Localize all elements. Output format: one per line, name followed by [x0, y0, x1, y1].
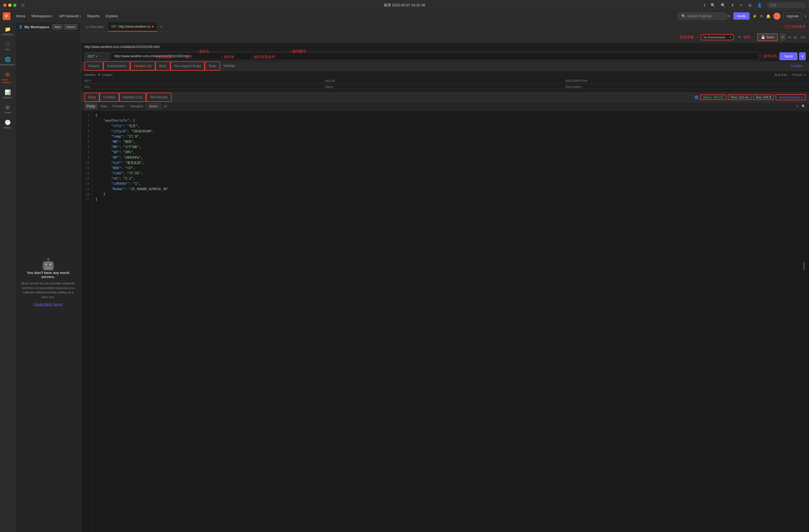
minimize-button[interactable]: [8, 3, 12, 7]
search-icon[interactable]: 🔍: [802, 104, 806, 108]
docs-icon-button[interactable]: ⊟: [794, 35, 797, 39]
menu-api-network[interactable]: API Network ▾: [56, 13, 84, 19]
menu-home[interactable]: Home: [13, 13, 28, 19]
eye-icon: 👁: [98, 73, 101, 76]
menu-workspaces[interactable]: Workspaces ▾: [29, 13, 56, 19]
sidebar-item-mock-servers[interactable]: ⊞ Mock Servers: [1, 69, 14, 86]
save-response-button[interactable]: Save Response ▾: [776, 94, 806, 100]
tab-tests[interactable]: Tests: [205, 61, 220, 71]
account-icon[interactable]: 👤: [757, 3, 762, 7]
save-dropdown-button[interactable]: ▾: [780, 34, 786, 40]
description-input[interactable]: [565, 85, 804, 89]
cookies-link[interactable]: Cookies: [787, 62, 806, 70]
add-tab-button[interactable]: +: [157, 24, 165, 29]
filter-icon: ⊟: [164, 104, 167, 108]
tab-overview[interactable]: ◫ Overview: [81, 22, 108, 32]
upgrade-button[interactable]: Upgrade: [783, 13, 802, 20]
robot-icon: 🤖: [41, 258, 55, 271]
edit-icon[interactable]: ✏: [740, 3, 743, 7]
menu-reports[interactable]: Reports: [84, 13, 103, 19]
tab-request[interactable]: GET http://www.weather.co: [108, 22, 157, 32]
titlebar: ⊡ 截屏 2022-05-07 16.32.48 ℹ 🔍 🔍 ⬆ ✏ ⊞ 👤: [0, 0, 809, 11]
chevron-down-icon: ▾: [52, 15, 53, 18]
sidebar-item-flows[interactable]: ⊞ Flows: [1, 102, 14, 116]
annotation-auth: ↓ 证书: [183, 54, 192, 59]
tab-params[interactable]: Params: [84, 61, 103, 71]
window-icon2[interactable]: ⊞: [748, 3, 752, 7]
bulk-edit-button[interactable]: Bulk Edit: [775, 73, 787, 76]
window-title: 截屏 2022-05-07 16.32.48: [384, 3, 425, 8]
invite-button[interactable]: Invite: [733, 12, 750, 20]
share-icon[interactable]: ⬆: [731, 3, 734, 7]
format-visualize[interactable]: Visualize: [128, 103, 145, 109]
annotation-save: 保存 →: [743, 35, 755, 40]
fullscreen-button[interactable]: [13, 3, 16, 7]
tab-method: GET: [111, 25, 117, 28]
spotlight-search[interactable]: [767, 2, 806, 8]
chevron-down-icon: ▾: [158, 105, 159, 108]
sidebar-item-monitors[interactable]: 📊 Monitors: [1, 87, 14, 101]
menu-explore[interactable]: Explore: [103, 13, 121, 19]
key-input[interactable]: [84, 85, 323, 89]
history-icon: 🕐: [5, 120, 11, 125]
save-button[interactable]: 💾 Save: [757, 33, 777, 41]
resp-tab-cookies[interactable]: Cookies: [100, 93, 119, 102]
format-selector[interactable]: JSON ▾: [147, 104, 161, 109]
tab-authorization[interactable]: Authorization: [103, 61, 130, 71]
globe-icon: 🌐: [694, 95, 699, 99]
create-mock-link[interactable]: Create Mock Server: [33, 302, 63, 306]
send-button[interactable]: Send: [779, 52, 797, 60]
app-body: 📁 Collections ⬡ APIs 🌐 Environments ⊞ Mo…: [0, 22, 809, 532]
sidebar-item-collections[interactable]: 📁 Collections: [1, 24, 14, 38]
env-eye-icon[interactable]: 👁: [738, 35, 741, 39]
tab-url: http://www.weather.co: [119, 25, 151, 29]
settings-icon[interactable]: ⚙: [760, 14, 763, 18]
format-pretty[interactable]: Pretty: [84, 103, 97, 109]
copy-icon[interactable]: ⎘: [796, 104, 798, 108]
scrollbar[interactable]: [804, 262, 805, 270]
workspace-name: My Workspace: [24, 25, 52, 29]
value-input[interactable]: [325, 85, 563, 89]
annotation-pre-req: ↓ 编写前置条件: [251, 54, 275, 59]
left-panel: 👤 My Workspace New Import 🤖 You don't ha…: [15, 22, 81, 532]
tab-headers[interactable]: Headers (6): [130, 61, 155, 71]
code-icon[interactable]: </>: [800, 35, 806, 39]
format-raw[interactable]: Raw: [98, 103, 109, 109]
user-avatar[interactable]: [773, 13, 780, 20]
annotation-query-params: ↑ 查询参数: [155, 54, 172, 59]
search-postman[interactable]: 🔍 Search Postman: [677, 13, 727, 20]
search-icon[interactable]: 🔍: [711, 3, 715, 7]
annotation-req-url: ↑ 请求URL: [760, 54, 777, 59]
sidebar-item-environments[interactable]: 🌐 Environments: [1, 54, 14, 68]
zoom-icon[interactable]: 🔍: [721, 3, 725, 7]
presets-button[interactable]: Presets: [793, 73, 803, 76]
format-preview[interactable]: Preview: [110, 103, 126, 109]
send-dropdown-button[interactable]: ▾: [799, 52, 806, 60]
more-icon: ···: [789, 73, 791, 76]
edit-icon-button[interactable]: ✏: [788, 35, 791, 39]
method-selector[interactable]: GET ▾: [84, 52, 109, 60]
new-button[interactable]: New: [52, 24, 63, 30]
sidebar-item-apis[interactable]: ⬡ APIs: [1, 39, 14, 53]
close-button[interactable]: [3, 3, 6, 7]
resp-tab-test-results[interactable]: Test Results: [146, 93, 172, 102]
tab-pre-request[interactable]: Pre-request Script: [170, 61, 205, 71]
sidebar-item-history[interactable]: 🕐 History: [1, 117, 14, 131]
environment-selector[interactable]: No Environment ▾: [701, 34, 734, 40]
size-badge: Size: 635 B: [753, 94, 774, 100]
headers-section: Headers 👁 6 hidden Bulk Edit ··· Presets…: [81, 71, 809, 92]
table-header: KEY VALUE DESCRIPTION: [84, 78, 806, 84]
request-tabs: Params Authorization Headers (6) Body Pr…: [81, 61, 809, 71]
tab-settings[interactable]: Settings: [220, 61, 238, 70]
traffic-lights: [3, 3, 16, 7]
bell-icon[interactable]: 🔔: [766, 14, 771, 18]
tab-body[interactable]: Body: [155, 61, 170, 71]
import-button[interactable]: Import: [64, 24, 78, 30]
response-status-bar: 🌐 Status: 200 OK Time: 122 ms Size: 635 …: [694, 94, 806, 100]
resp-tab-body[interactable]: Body: [84, 93, 100, 102]
annotation-req-header: ↑ 请求头: [196, 49, 210, 54]
chevron-down-icon: ▾: [80, 15, 81, 18]
info-icon[interactable]: ℹ: [704, 3, 705, 7]
annotation-set-var: 设置变量 →: [679, 35, 699, 40]
resp-tab-headers[interactable]: Headers (12): [119, 93, 146, 102]
